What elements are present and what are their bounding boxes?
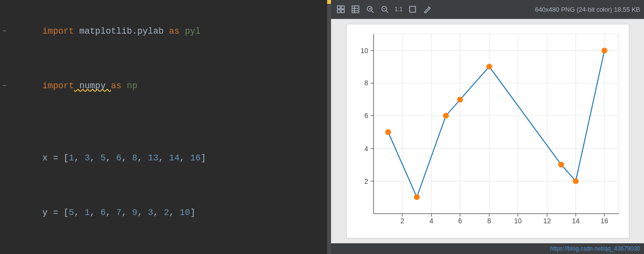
code-text-4: y = [5, 1, 6, 7, 9, 3, 2, 10] bbox=[9, 186, 195, 239]
code-text-1: import matplotlib.pylab as pyl bbox=[9, 5, 201, 58]
status-url: https://blog.csdn.net/qq_43679030 bbox=[550, 245, 640, 252]
svg-rect-19 bbox=[374, 34, 619, 214]
y-tick-10: 10 bbox=[360, 47, 368, 55]
x-tick-4: 4 bbox=[429, 217, 433, 225]
svg-rect-4 bbox=[352, 6, 359, 13]
data-point-3 bbox=[443, 113, 449, 119]
x-tick-14: 14 bbox=[572, 217, 580, 225]
var-y: y bbox=[42, 208, 48, 217]
fold-icon-1: − bbox=[2, 27, 6, 35]
data-point-7 bbox=[573, 178, 579, 184]
chart-container: 2 4 6 8 10 12 14 1 bbox=[346, 24, 629, 238]
code-line-blank-1 bbox=[0, 113, 327, 131]
one-to-one-button[interactable]: 1:1 bbox=[394, 3, 404, 15]
keyword-import-2: import bbox=[42, 81, 74, 91]
code-editor[interactable]: − import matplotlib.pylab as pyl − impor… bbox=[0, 0, 327, 254]
svg-rect-1 bbox=[341, 6, 344, 9]
comma: , bbox=[74, 153, 85, 163]
chart-area: 2 4 6 8 10 12 14 1 bbox=[331, 19, 644, 243]
data-point-1 bbox=[385, 129, 391, 135]
panel-divider bbox=[327, 0, 331, 254]
op-eq-1: = bbox=[48, 153, 63, 163]
x-tick-10: 10 bbox=[514, 217, 521, 225]
data-point-4 bbox=[457, 97, 463, 103]
code-text-2: import numpy as np bbox=[9, 59, 137, 112]
keyword-as-2: as bbox=[111, 81, 122, 91]
y-tick-2: 2 bbox=[364, 177, 368, 185]
alias-np: np bbox=[122, 81, 137, 91]
table-icon[interactable] bbox=[350, 3, 361, 15]
y-tick-6: 6 bbox=[364, 112, 368, 119]
checkbox-icon[interactable] bbox=[407, 3, 418, 15]
code-line-3: x = [1, 3, 5, 6, 8, 13, 14, 16] bbox=[0, 131, 327, 185]
y-tick-4: 4 bbox=[364, 145, 368, 153]
code-line-2: − import numpy as np bbox=[0, 59, 327, 113]
pencil-icon[interactable] bbox=[421, 3, 433, 15]
fold-marker-2[interactable]: − bbox=[0, 82, 9, 90]
keyword-as-1: as bbox=[169, 26, 180, 36]
yellow-marker bbox=[327, 0, 331, 4]
code-line-4: y = [5, 1, 6, 7, 9, 3, 2, 10] bbox=[0, 185, 327, 240]
zoom-out-icon[interactable] bbox=[379, 3, 391, 15]
svg-line-11 bbox=[372, 11, 374, 13]
zoom-in-icon[interactable] bbox=[364, 3, 376, 15]
num-1: 1 bbox=[69, 153, 74, 163]
data-point-8 bbox=[601, 48, 607, 54]
toolbar-controls: 1:1 bbox=[335, 3, 433, 15]
module-name-1: matplotlib.pylab bbox=[74, 26, 169, 36]
bracket-open-1: [ bbox=[63, 153, 69, 163]
toolbar: 1:1 640x480 PNG (24-bit color) 18.55 KB bbox=[331, 0, 644, 19]
y-tick-8: 8 bbox=[364, 79, 368, 87]
data-point-2 bbox=[414, 195, 419, 200]
svg-rect-0 bbox=[337, 6, 340, 9]
x-tick-6: 6 bbox=[458, 217, 462, 225]
keyword-import-1: import bbox=[42, 26, 74, 36]
status-bar: https://blog.csdn.net/qq_43679030 bbox=[331, 243, 644, 254]
fold-marker-1[interactable]: − bbox=[0, 27, 9, 35]
svg-rect-15 bbox=[410, 6, 415, 12]
data-point-6 bbox=[558, 162, 564, 168]
data-point-5 bbox=[486, 64, 492, 70]
svg-line-14 bbox=[386, 11, 388, 13]
num-3: 3 bbox=[84, 153, 90, 163]
alias-pyl: pyl bbox=[180, 26, 201, 36]
x-tick-12: 12 bbox=[543, 217, 551, 225]
module-name-2: numpy bbox=[74, 81, 111, 91]
code-text-3: x = [1, 3, 5, 6, 8, 13, 14, 16] bbox=[9, 132, 206, 184]
svg-rect-3 bbox=[341, 10, 344, 13]
chart-svg: 2 4 6 8 10 12 14 1 bbox=[347, 24, 629, 238]
x-tick-8: 8 bbox=[487, 217, 491, 225]
code-line-1: − import matplotlib.pylab as pyl bbox=[0, 4, 327, 59]
x-tick-2: 2 bbox=[400, 217, 404, 225]
fold-icon-2: − bbox=[2, 82, 6, 90]
image-info: 640x480 PNG (24-bit color) 18.55 KB bbox=[535, 6, 640, 13]
svg-rect-2 bbox=[337, 10, 340, 13]
var-x: x bbox=[42, 153, 48, 163]
image-viewer: 1:1 640x480 PNG (24-bit color) 18.55 KB bbox=[331, 0, 644, 254]
grid-icon[interactable] bbox=[335, 3, 347, 15]
x-tick-16: 16 bbox=[601, 217, 608, 225]
code-line-blank-2 bbox=[0, 240, 327, 254]
